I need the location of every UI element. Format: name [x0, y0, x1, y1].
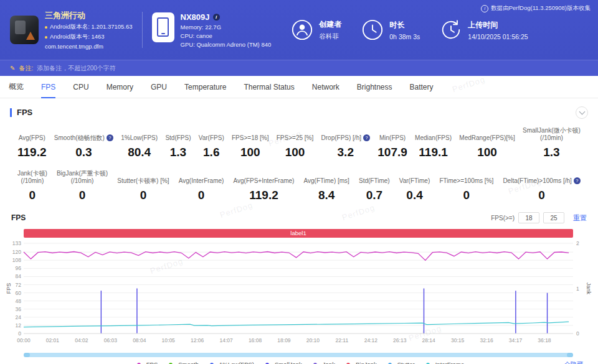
svg-text:Jank: Jank	[586, 282, 592, 295]
tab-gpu[interactable]: GPU	[151, 76, 167, 98]
metric-label: Std(FPS)	[165, 134, 191, 142]
creator-value: 谷科菲	[319, 32, 341, 41]
svg-text:14:07: 14:07	[219, 337, 233, 343]
legend-label: Jank	[323, 361, 335, 364]
metric-r1-11: SmallJank(微小卡顿)(/10min)1.3	[523, 126, 581, 159]
metrics-row-1: Avg(FPS)119.2Smooth(稳畅指数)?0.31%Low(FPS)8…	[0, 126, 598, 159]
bullet-icon	[45, 36, 47, 39]
svg-text:34:17: 34:17	[509, 337, 523, 343]
app-package: com.tencent.tmgp.dfm	[45, 43, 133, 50]
svg-text:133: 133	[12, 240, 21, 246]
help-icon[interactable]: ?	[363, 134, 370, 141]
metric-sublabel: (/10min)	[21, 177, 44, 185]
legend-item-interframe[interactable]: InterFrame	[423, 361, 464, 364]
svg-text:60: 60	[16, 290, 22, 296]
metric-label: Jank(卡顿)	[17, 170, 47, 177]
metric-value: 100	[240, 146, 260, 159]
device-memory: Memory: 22.7G	[181, 24, 272, 30]
metric-value: 119.1	[419, 146, 448, 159]
tab-temperature[interactable]: Temperature	[184, 76, 226, 98]
svg-text:32:16: 32:16	[480, 337, 493, 343]
app-icon	[10, 16, 39, 44]
fps-line-chart[interactable]: 1331201089684726048362412021000:0002:010…	[5, 240, 593, 351]
user-icon	[291, 19, 313, 41]
fps-threshold-high-input[interactable]	[543, 212, 564, 223]
tab-battery[interactable]: Battery	[410, 76, 434, 98]
metric-value: 80.4	[128, 146, 151, 159]
legend-item-1-low-fps-[interactable]: 1%Low(FPS)	[207, 361, 254, 364]
edit-icon: ✎	[10, 65, 15, 72]
info-icon[interactable]: i	[213, 14, 220, 21]
chart-controls: FPS FPS(>=) 重置	[5, 212, 593, 223]
metric-label: FPS>=25 [%]	[277, 134, 313, 142]
note-bar[interactable]: ✎ 备注: 添加备注，不超过200个字符	[0, 60, 598, 76]
metric-label: Avg(FPS+InterFrame)	[234, 177, 295, 185]
metric-label: Delta(FTime)>100ms [/h]	[503, 177, 572, 185]
legend-marker-icon	[134, 362, 144, 364]
metric-value: 8.4	[318, 189, 335, 202]
metric-label: Avg(FPS)	[19, 134, 45, 142]
metric-value: 0.4	[406, 189, 422, 202]
metric-r2-6: Std(FTime)0.7	[359, 169, 390, 202]
svg-text:20:10: 20:10	[306, 337, 320, 343]
svg-text:12:06: 12:06	[191, 337, 204, 343]
svg-text:0: 0	[576, 330, 579, 337]
help-icon[interactable]: ?	[574, 177, 581, 184]
clock-icon	[361, 19, 384, 41]
legend-item-smooth[interactable]: Smooth	[166, 361, 199, 364]
legend-item-fps[interactable]: FPS	[134, 361, 158, 364]
note-placeholder[interactable]: 添加备注，不超过200个字符	[37, 64, 116, 73]
metric-r2-0: Jank(卡顿)(/10min)0	[17, 169, 47, 202]
svg-text:02:01: 02:01	[46, 337, 60, 343]
legend-item-stutter[interactable]: Stutter	[385, 361, 415, 364]
duration-value: 0h 38m 3s	[389, 33, 420, 40]
header: 三角洲行动 Android版本名: 1.201.37105.63 Android…	[0, 0, 598, 60]
svg-text:1: 1	[576, 286, 579, 292]
svg-text:28:14: 28:14	[422, 337, 436, 343]
metric-label: Drop(FPS) [/h]	[321, 134, 361, 142]
metric-label: Var(FPS)	[199, 134, 224, 142]
metric-label: Median(FPS)	[415, 134, 452, 142]
legend-item-jank[interactable]: Jank	[310, 361, 335, 364]
metric-value: 119.2	[249, 189, 278, 202]
upload-time-value: 14/10/2025 01:56:25	[468, 33, 528, 40]
upload-time-label: 上传时间	[468, 20, 528, 30]
tab-fps[interactable]: FPS	[41, 76, 55, 98]
metric-label: Min(FPS)	[379, 134, 406, 142]
metric-value: 0	[140, 189, 147, 202]
legend-label: FPS	[146, 361, 158, 364]
metric-value: 1.6	[203, 146, 219, 159]
fps-threshold-low-input[interactable]	[518, 212, 539, 223]
svg-text:FPS: FPS	[6, 283, 12, 294]
collector-note: i 数据由PerfDog(11.3.250908)版本收集	[481, 4, 591, 12]
metric-r2-8: FTime>=100ms [%]0	[439, 169, 493, 202]
metric-value: 1.3	[543, 146, 559, 159]
note-label: 备注:	[19, 64, 33, 73]
legend-item-smalljank[interactable]: SmallJank	[262, 361, 302, 364]
reset-button[interactable]: 重置	[573, 213, 587, 223]
metric-sublabel: (/10min)	[71, 177, 94, 185]
svg-text:10:05: 10:05	[162, 337, 176, 343]
collapse-section-button[interactable]	[576, 106, 588, 119]
tab-network[interactable]: Network	[312, 76, 339, 98]
app-version-code: Android版本号: 1463	[45, 33, 133, 41]
tab-memory[interactable]: Memory	[107, 76, 133, 98]
tab-brightness[interactable]: Brightness	[357, 76, 392, 98]
metric-value: 0	[79, 189, 86, 202]
legend-item-bigjank[interactable]: BigJank	[343, 361, 377, 364]
info-icon: i	[481, 5, 488, 12]
tab-thermal-status[interactable]: Thermal Status	[244, 76, 294, 98]
legend-marker-icon	[207, 362, 217, 364]
metric-r1-0: Avg(FPS)119.2	[17, 126, 47, 159]
tab-概览[interactable]: 概览	[9, 76, 24, 98]
legend-marker-icon	[385, 362, 395, 364]
help-icon[interactable]: ?	[107, 134, 113, 141]
metric-label: FPS>=18 [%]	[232, 134, 268, 142]
chevron-down-icon	[579, 109, 585, 115]
metric-value: 0	[538, 189, 545, 202]
chart-scrollbar[interactable]	[24, 353, 573, 357]
hide-all-button[interactable]: 全隐藏	[564, 360, 583, 364]
svg-text:72: 72	[16, 282, 22, 288]
metric-value: 100	[285, 146, 305, 159]
tab-cpu[interactable]: CPU	[73, 76, 88, 98]
